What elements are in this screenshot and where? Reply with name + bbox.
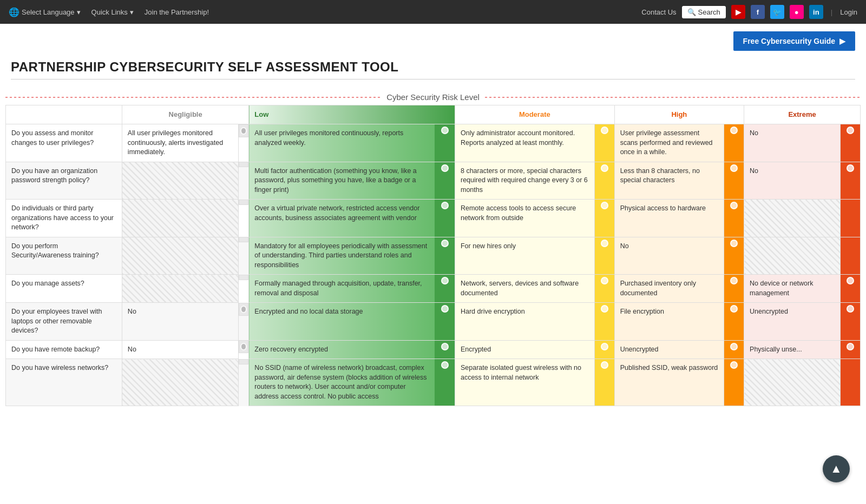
twitter-icon[interactable]: 🐦 (770, 5, 784, 19)
cell-low-dot (435, 200, 455, 237)
low-dot-indicator (441, 127, 449, 134)
cell-negligible: All user privileges monitored continuous… (122, 124, 238, 162)
cell-negligible (122, 200, 238, 237)
cell-moderate: Remote access tools to access secure net… (455, 200, 594, 237)
cell-low-dot (435, 275, 455, 303)
cell-extreme-dot (841, 340, 861, 359)
cell-negligible (122, 275, 238, 303)
table-row: Do your employees travel with laptops or… (6, 303, 861, 341)
page-title: PARTNERSHIP CYBERSECURITY SELF ASSESSMEN… (11, 59, 855, 75)
cell-question: Do you have wireless networks? (6, 359, 122, 406)
moderate-dot-indicator (601, 240, 608, 247)
cell-low-dot (435, 340, 455, 359)
th-high: High (614, 105, 744, 124)
free-guide-button[interactable]: Free Cybersecurity Guide ▶ (733, 31, 855, 51)
cell-negligible: No (122, 303, 238, 341)
language-selector[interactable]: 🌐 Select Language ▾ (9, 7, 81, 17)
table-body: Do you assess and monitor changes to use… (6, 124, 861, 406)
cell-extreme (744, 200, 841, 237)
cell-low-dot (435, 124, 455, 162)
high-dot-indicator (730, 277, 738, 284)
chevron-down-icon: ▾ (77, 8, 81, 16)
table-row: Do individuals or third party organizati… (6, 200, 861, 237)
cell-extreme-dot (841, 200, 861, 237)
join-partnership-link[interactable]: Join the Partnership! (145, 8, 209, 16)
table-header: Negligible Low Moderate High Extreme (6, 105, 861, 124)
nav-left: 🌐 Select Language ▾ Quick Links ▾ Join t… (9, 7, 209, 17)
high-dot-indicator (730, 343, 738, 350)
cell-moderate-dot (594, 275, 614, 303)
cell-negligible-dot (239, 124, 249, 137)
moderate-dot-indicator (601, 361, 608, 369)
cell-negligible (122, 237, 238, 275)
extreme-dot-indicator (847, 343, 854, 350)
negligible-dot-indicator (240, 343, 247, 350)
cell-moderate: For new hires only (455, 237, 594, 275)
cell-extreme-dot (841, 359, 861, 406)
login-link[interactable]: Login (840, 8, 857, 16)
top-navigation: 🌐 Select Language ▾ Quick Links ▾ Join t… (0, 0, 866, 24)
risk-level-header: Cyber Security Risk Level (0, 87, 866, 105)
cell-moderate: Only administrator account monitored. Re… (455, 124, 594, 162)
table-row: Do you have an organization password str… (6, 162, 861, 200)
cell-low: Multi factor authentication (something y… (249, 162, 435, 200)
cell-high-dot (724, 200, 744, 237)
low-dot-indicator (441, 305, 449, 313)
cell-low-dot (435, 359, 455, 406)
cell-moderate-dot (594, 359, 614, 406)
th-question (6, 105, 122, 124)
free-guide-area: Free Cybersecurity Guide ▶ (0, 24, 866, 54)
cell-high-dot (724, 237, 744, 275)
cell-low: Formally managed through acquisition, up… (249, 275, 435, 303)
high-dot-indicator (730, 305, 738, 313)
cell-low-dot (435, 162, 455, 200)
cell-high: No (614, 237, 724, 275)
cell-moderate-dot (594, 237, 614, 275)
cell-high-dot (724, 359, 744, 406)
youtube-icon[interactable]: ▶ (731, 5, 745, 19)
cell-negligible-dot (239, 359, 249, 364)
cell-extreme-dot (841, 124, 861, 162)
cell-high-dot (724, 124, 744, 162)
cell-moderate-dot (594, 162, 614, 200)
cell-extreme-dot (841, 275, 861, 303)
cell-negligible-dot (239, 303, 249, 316)
cell-negligible (122, 162, 238, 200)
cell-high: Unencrypted (614, 340, 724, 359)
cell-high: Less than 8 characters, no special chara… (614, 162, 724, 200)
linkedin-icon[interactable]: in (809, 5, 823, 19)
table-row: Do you have wireless networks?No SSID (n… (6, 359, 861, 406)
cell-question: Do your employees travel with laptops or… (6, 303, 122, 341)
cell-low-dot (435, 237, 455, 275)
cell-extreme-dot (841, 162, 861, 200)
flickr-icon[interactable]: ● (790, 5, 804, 19)
cell-high: Physical access to hardware (614, 200, 724, 237)
assessment-table: Negligible Low Moderate High Extreme Do … (5, 105, 861, 406)
cell-low: No SSID (name of wireless network) broad… (249, 359, 435, 406)
cell-extreme: Unencrypted (744, 303, 841, 341)
th-low: Low (249, 105, 455, 124)
cell-low-dot (435, 303, 455, 341)
cell-extreme (744, 237, 841, 275)
cell-high-dot (724, 340, 744, 359)
search-button[interactable]: 🔍 Search (682, 6, 726, 18)
page-title-area: PARTNERSHIP CYBERSECURITY SELF ASSESSMEN… (0, 54, 866, 87)
cell-moderate: 8 characters or more, special characters… (455, 162, 594, 200)
contact-us-link[interactable]: Contact Us (641, 8, 676, 16)
cell-question: Do you assess and monitor changes to use… (6, 124, 122, 162)
cell-question: Do you manage assets? (6, 275, 122, 303)
quick-links-menu[interactable]: Quick Links ▾ (91, 8, 134, 16)
chevron-down-icon-2: ▾ (130, 8, 134, 16)
moderate-dot-indicator (601, 277, 608, 284)
cell-negligible: No (122, 340, 238, 359)
cell-extreme-dot (841, 303, 861, 341)
low-dot-indicator (441, 202, 449, 209)
cell-question: Do you perform Security/Awareness traini… (6, 237, 122, 275)
cell-extreme: No (744, 162, 841, 200)
negligible-dot-indicator (240, 306, 247, 313)
risk-level-label: Cyber Security Risk Level (386, 92, 480, 102)
facebook-icon[interactable]: f (751, 5, 765, 19)
cell-high: File encryption (614, 303, 724, 341)
cell-extreme: Physically unse... (744, 340, 841, 359)
cell-negligible-dot (239, 200, 249, 205)
